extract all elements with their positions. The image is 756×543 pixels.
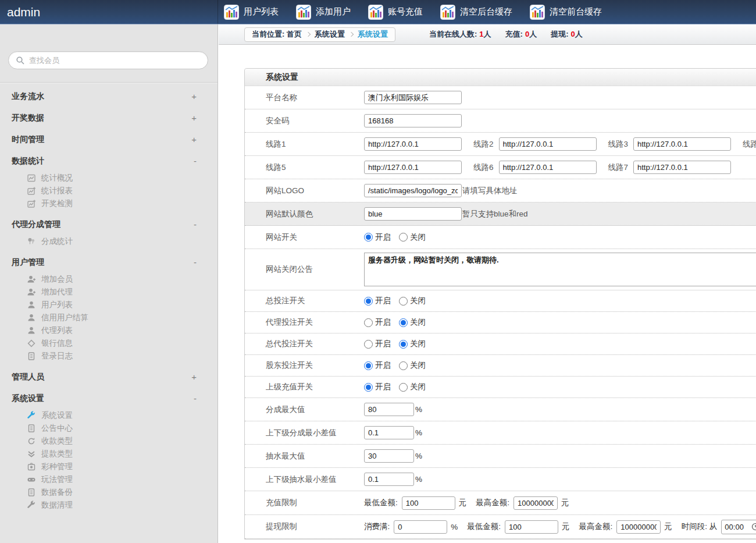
unit-label: %: [451, 523, 458, 531]
sidebar-item-draw-check[interactable]: 开奖检测: [0, 197, 217, 210]
sidebar-item-play-management[interactable]: 玩法管理: [0, 473, 217, 486]
inline-label: 最高金额:: [579, 521, 613, 532]
unit-label: %: [415, 405, 422, 414]
field-label: 上下级分成最小差值: [245, 428, 364, 438]
sidebar-item-credit-user-settle[interactable]: 信用用户结算: [0, 311, 217, 324]
unit-label: %: [415, 475, 422, 484]
sidebar-item-lottery-management[interactable]: 彩种管理: [0, 460, 217, 473]
field-label: 线路3: [608, 139, 629, 150]
nav-clear-frontend-cache[interactable]: 清空前台缓存: [530, 5, 602, 20]
sidebar-item-stats-report[interactable]: 统计报表: [0, 184, 217, 197]
radio-on[interactable]: 开启: [364, 382, 391, 392]
balloons-icon: [27, 237, 36, 246]
sidebar-item-add-member[interactable]: 增加会员: [0, 273, 217, 286]
search-input[interactable]: [29, 56, 201, 65]
close-notice-textarea[interactable]: 服务器升级，网站暂时关闭，敬请期待.: [364, 253, 756, 286]
radio-off[interactable]: 关闭: [399, 360, 426, 371]
radio-input[interactable]: [364, 233, 373, 242]
nav-user-list[interactable]: 用户列表: [224, 5, 279, 20]
recharge-max-input[interactable]: [513, 496, 558, 510]
sidebar-item-stats-overview[interactable]: 统计概况: [0, 172, 217, 184]
inline-label: 消费满:: [364, 521, 390, 532]
unit-label: 元: [664, 521, 672, 532]
sidebar-section-user-management[interactable]: 用户管理 -: [0, 251, 217, 273]
sidebar-item-login-log[interactable]: 登录日志: [0, 350, 217, 363]
row-superior-recharge-switch: 上级充值开关 开启 关闭: [245, 377, 756, 398]
security-code-input[interactable]: [364, 114, 462, 127]
radio-input[interactable]: [399, 318, 408, 327]
radio-on[interactable]: 开启: [364, 296, 391, 306]
system-settings-panel: 系统设置 平台名称 安全码 线路1 线路2 线路3 线路4 线路5 线路6 线路…: [244, 68, 756, 540]
row-default-color: 网站默认颜色 暂只支持blue和red: [245, 203, 756, 226]
line2-input[interactable]: [499, 137, 597, 151]
section-toggle: -: [194, 393, 197, 403]
line1-input[interactable]: [364, 137, 462, 151]
radio-input[interactable]: [399, 361, 408, 370]
rake-max-input[interactable]: [364, 449, 414, 463]
default-color-input[interactable]: [364, 207, 462, 221]
radio-input[interactable]: [364, 318, 373, 327]
radio-input[interactable]: [364, 340, 373, 349]
line7-input[interactable]: [633, 161, 731, 174]
sidebar-item-payment-type[interactable]: 收款类型: [0, 435, 217, 448]
withdraw-max-input[interactable]: [616, 520, 661, 534]
sidebar-section-business-flow[interactable]: 业务流水 +: [0, 86, 217, 107]
field-label: 上下级抽水最小差值: [245, 474, 364, 485]
radio-on[interactable]: 开启: [364, 232, 391, 243]
sidebar-section-lottery-data[interactable]: 开奖数据 +: [0, 107, 217, 129]
sidebar-item-bank-info[interactable]: 银行信息: [0, 337, 217, 350]
radio-input[interactable]: [364, 297, 373, 306]
sidebar-item-withdraw-type[interactable]: 提款类型: [0, 448, 217, 460]
breadcrumb-system-settings[interactable]: 系统设置: [315, 29, 345, 40]
row-security-code: 安全码: [245, 109, 756, 133]
sidebar-item-data-backup[interactable]: 数据备份: [0, 486, 217, 499]
line5-input[interactable]: [364, 161, 462, 174]
sidebar-section-data-statistics[interactable]: 数据统计 -: [0, 150, 217, 172]
sidebar-item-add-agent[interactable]: 增加代理: [0, 286, 217, 299]
line3-input[interactable]: [633, 137, 731, 151]
radio-input[interactable]: [399, 297, 408, 306]
sidebar-section-agent-share-management[interactable]: 代理分成管理 -: [0, 214, 217, 235]
rake-min-diff-input[interactable]: [364, 473, 414, 486]
breadcrumb-home[interactable]: 首页: [287, 29, 302, 40]
line6-input[interactable]: [499, 161, 597, 174]
withdraw-time-input[interactable]: 00:00: [721, 520, 756, 534]
sidebar-item-notice-center[interactable]: 公告中心: [0, 422, 217, 435]
radio-input[interactable]: [364, 361, 373, 370]
sidebar-section-time-management[interactable]: 时间管理 +: [0, 129, 217, 150]
nav-add-user[interactable]: 添加用户: [296, 5, 351, 20]
search-icon: [16, 56, 25, 65]
radio-off[interactable]: 关闭: [399, 339, 426, 349]
shareholder-bet-radio-group: 开启 关闭: [364, 360, 426, 371]
sidebar-item-agent-list[interactable]: 代理列表: [0, 324, 217, 337]
sidebar-item-user-list[interactable]: 用户列表: [0, 299, 217, 311]
radio-input[interactable]: [399, 233, 408, 242]
radio-on[interactable]: 开启: [364, 339, 391, 349]
radio-off[interactable]: 关闭: [399, 296, 426, 306]
field-label: 线路7: [608, 162, 629, 173]
sidebar-section-administrators[interactable]: 管理人员 +: [0, 366, 217, 388]
platform-name-input[interactable]: [364, 91, 462, 104]
site-logo-input[interactable]: [364, 184, 462, 197]
radio-off[interactable]: 关闭: [399, 317, 426, 328]
radio-off[interactable]: 关闭: [399, 232, 426, 243]
radio-off[interactable]: 关闭: [399, 382, 426, 392]
radio-input[interactable]: [399, 340, 408, 349]
share-max-input[interactable]: [364, 403, 414, 416]
breadcrumb-current[interactable]: 系统设置: [358, 29, 388, 40]
withdraw-consume-input[interactable]: [394, 520, 447, 534]
nav-account-recharge[interactable]: 账号充值: [368, 5, 423, 20]
radio-on[interactable]: 开启: [364, 360, 391, 371]
sidebar-section-system-settings[interactable]: 系统设置 -: [0, 388, 217, 409]
sidebar-item-data-clean[interactable]: 数据清理: [0, 499, 217, 512]
nav-clear-backend-cache[interactable]: 清空后台缓存: [440, 5, 512, 20]
share-min-diff-input[interactable]: [364, 426, 414, 439]
sidebar-item-system-settings[interactable]: 系统设置: [0, 409, 217, 422]
app-logo: admin: [0, 0, 218, 24]
sidebar-item-share-stats[interactable]: 分成统计: [0, 235, 217, 248]
radio-on[interactable]: 开启: [364, 317, 391, 328]
recharge-min-input[interactable]: [402, 496, 455, 510]
withdraw-min-input[interactable]: [505, 520, 558, 534]
radio-input[interactable]: [364, 383, 373, 392]
radio-input[interactable]: [399, 383, 408, 392]
